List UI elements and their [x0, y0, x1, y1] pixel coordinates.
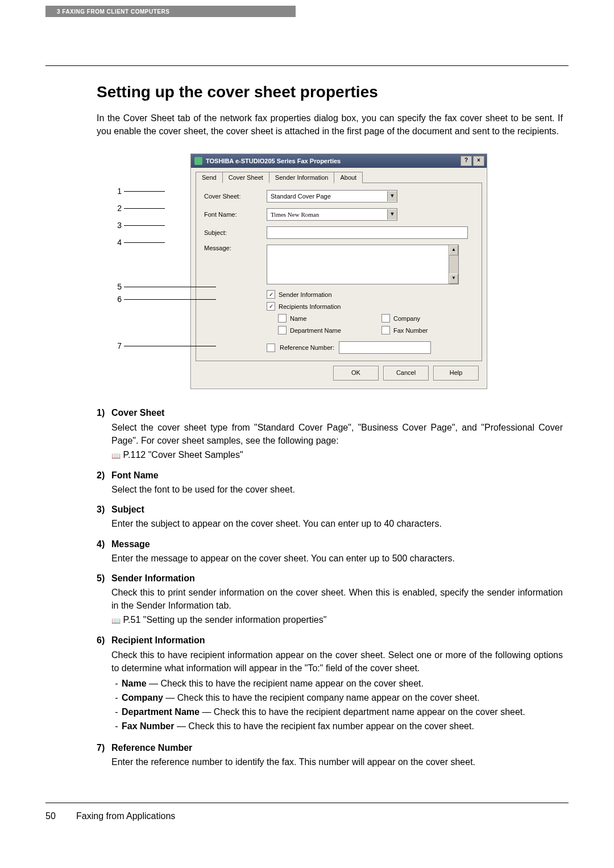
rule-top: [45, 65, 569, 66]
chapter-label: 3 FAXING FROM CLIENT COMPUTERS: [57, 9, 169, 15]
name-checkbox[interactable]: [278, 314, 287, 323]
font-name-select[interactable]: Times New Roman ▼: [267, 208, 397, 221]
callout-1: 1: [114, 187, 122, 196]
callout-3: 3: [114, 221, 122, 230]
subject-input[interactable]: [267, 226, 468, 239]
desc-num-2: 2): [97, 469, 111, 496]
footer-section: Faxing from Applications: [76, 811, 175, 821]
reference-number-input[interactable]: [339, 341, 431, 354]
scroll-down-icon[interactable]: ▼: [449, 274, 458, 284]
tab-cover-sheet[interactable]: Cover Sheet: [222, 172, 269, 183]
subject-label: Subject:: [204, 229, 261, 236]
name-label: Name: [290, 315, 306, 322]
app-icon: [194, 157, 202, 165]
book-icon: 📖: [111, 451, 121, 462]
page-number: 50: [45, 811, 66, 821]
help-button[interactable]: ?: [460, 156, 472, 166]
desc-num-3: 3): [97, 503, 111, 530]
sub-company-desc: — Check this to have the recipient compa…: [163, 693, 480, 702]
sub-name-title: Name: [122, 679, 147, 688]
desc-text-1: Select the cover sheet type from "Standa…: [111, 421, 563, 447]
callout-2: 2: [114, 204, 122, 213]
message-textarea[interactable]: ▲ ▼: [267, 245, 459, 284]
fax-properties-dialog: TOSHIBA e-STUDIO205 Series Fax Propertie…: [190, 154, 487, 389]
desc-num-1: 1): [97, 406, 111, 461]
desc-num-5: 5): [97, 572, 111, 627]
fax-checkbox[interactable]: [381, 326, 390, 334]
desc-title-3: Subject: [111, 505, 144, 514]
desc-text-5: Check this to print sender information o…: [111, 586, 563, 612]
bullet-dash: -: [111, 677, 122, 690]
desc-num-7: 7): [97, 741, 111, 768]
desc-ref-1: P.112 "Cover Sheet Samples": [123, 450, 243, 460]
desc-title-6: Recipient Information: [111, 635, 205, 645]
callout-4: 4: [114, 238, 122, 247]
recipients-info-checkbox[interactable]: ✓: [267, 302, 275, 311]
bullet-dash: -: [111, 691, 122, 704]
tab-sender-information[interactable]: Sender Information: [269, 172, 335, 183]
callout-5: 5: [114, 282, 122, 291]
reference-number-label: Reference Number:: [280, 344, 334, 351]
desc-num-4: 4): [97, 538, 111, 565]
intro-paragraph: In the Cover Sheet tab of the network fa…: [97, 111, 563, 138]
rule-bottom: [45, 803, 569, 803]
desc-title-1: Cover Sheet: [111, 408, 164, 418]
descriptions-list: 1) Cover Sheet Select the cover sheet ty…: [97, 406, 563, 768]
close-button[interactable]: ×: [473, 156, 484, 166]
cancel-button[interactable]: Cancel: [383, 366, 429, 381]
fax-label: Fax Number: [393, 327, 428, 334]
page-footer: 50 Faxing from Applications: [45, 811, 569, 821]
cover-sheet-select[interactable]: Standard Cover Page ▼: [267, 190, 397, 202]
font-name-label: Font Name:: [204, 211, 261, 218]
sender-info-checkbox[interactable]: ✓: [267, 290, 275, 299]
dialog-figure: 1 2 3 4 5 6 7 TOSHIBA e-STUDIO205 Series…: [154, 154, 506, 389]
desc-title-2: Font Name: [111, 470, 159, 480]
bullet-dash: -: [111, 705, 122, 718]
sub-fax-desc: — Check this to have the recipient fax n…: [174, 721, 474, 731]
message-label: Message:: [204, 245, 261, 251]
sender-info-label: Sender Information: [279, 291, 332, 298]
reference-number-checkbox[interactable]: [267, 344, 275, 352]
font-name-value: Times New Roman: [267, 211, 387, 218]
desc-title-5: Sender Information: [111, 573, 195, 583]
cover-sheet-panel: Cover Sheet: Standard Cover Page ▼ Font …: [196, 183, 482, 361]
tab-about[interactable]: About: [334, 172, 363, 183]
desc-text-2: Select the font to be used for the cover…: [111, 483, 563, 496]
sub-dept-title: Department Name: [122, 707, 200, 717]
desc-title-4: Message: [111, 539, 150, 549]
desc-ref-5: P.51 "Setting up the sender information …: [123, 615, 326, 625]
book-icon: 📖: [111, 616, 121, 627]
company-checkbox[interactable]: [381, 314, 390, 323]
tab-send[interactable]: Send: [196, 172, 223, 183]
scrollbar[interactable]: ▲ ▼: [449, 245, 458, 284]
desc-text-4: Enter the message to appear on the cover…: [111, 552, 563, 565]
cover-sheet-value: Standard Cover Page: [267, 193, 387, 200]
dialog-tabs: Send Cover Sheet Sender Information Abou…: [191, 168, 487, 183]
sub-name-desc: — Check this to have the recipient name …: [147, 679, 424, 688]
cover-sheet-label: Cover Sheet:: [204, 193, 261, 200]
company-label: Company: [393, 315, 420, 322]
help-button[interactable]: Help: [433, 366, 479, 381]
callout-6: 6: [114, 295, 122, 304]
desc-title-7: Reference Number: [111, 743, 192, 753]
desc-text-6: Check this to have recipient information…: [111, 648, 563, 675]
sub-fax-title: Fax Number: [122, 721, 174, 731]
bullet-dash: -: [111, 720, 122, 733]
dept-checkbox[interactable]: [278, 326, 287, 334]
scroll-up-icon[interactable]: ▲: [449, 245, 458, 255]
dialog-titlebar: TOSHIBA e-STUDIO205 Series Fax Propertie…: [191, 154, 487, 168]
dialog-title: TOSHIBA e-STUDIO205 Series Fax Propertie…: [206, 158, 460, 164]
sub-company-title: Company: [122, 693, 163, 702]
desc-text-3: Enter the subject to appear on the cover…: [111, 517, 563, 530]
recipients-info-label: Recipients Information: [279, 303, 341, 310]
ok-button[interactable]: OK: [333, 366, 379, 381]
callout-7: 7: [114, 341, 122, 350]
desc-text-7: Enter the reference number to identify t…: [111, 755, 563, 768]
page-title: Setting up the cover sheet properties: [97, 83, 563, 101]
desc-num-6: 6): [97, 634, 111, 734]
chapter-header: 3 FAXING FROM CLIENT COMPUTERS: [45, 6, 296, 17]
sub-dept-desc: — Check this to have the recipient depar…: [200, 707, 525, 717]
chevron-down-icon[interactable]: ▼: [387, 209, 397, 220]
dept-label: Department Name: [290, 327, 341, 334]
chevron-down-icon[interactable]: ▼: [387, 191, 397, 201]
